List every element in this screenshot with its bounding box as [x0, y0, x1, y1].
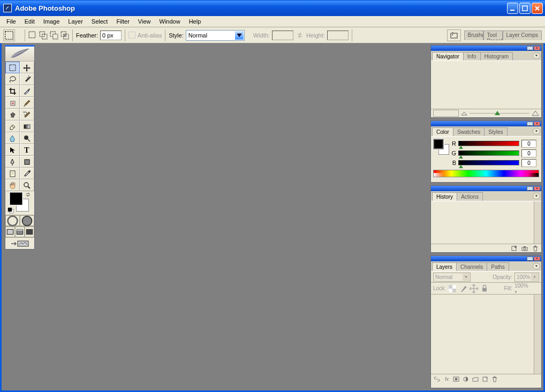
clone-stamp-tool[interactable]	[5, 109, 20, 120]
default-colors-icon[interactable]	[7, 207, 14, 214]
marquee-tool-preset[interactable]	[3, 29, 15, 41]
panel-fg-swatch[interactable]	[433, 139, 444, 149]
marquee-tool[interactable]	[5, 62, 20, 73]
tab-paths[interactable]: Paths	[487, 262, 509, 271]
zoom-slider[interactable]	[470, 113, 529, 116]
add-selection-icon[interactable]	[39, 31, 48, 40]
panel-menu-icon[interactable]	[533, 52, 540, 59]
tab-color[interactable]: Color	[432, 127, 453, 136]
r-value[interactable]: 0	[521, 140, 536, 148]
history-brush-tool[interactable]	[20, 109, 34, 120]
color-ramp[interactable]	[433, 170, 539, 177]
tab-styles[interactable]: Styles	[484, 127, 507, 136]
trash-icon[interactable]	[490, 375, 499, 383]
move-tool[interactable]	[20, 62, 34, 73]
adjustment-layer-icon[interactable]	[461, 375, 471, 383]
tab-channels[interactable]: Channels	[456, 262, 487, 271]
well-tab-tool-presets[interactable]: Tool Presets	[483, 31, 503, 40]
eraser-tool[interactable]	[5, 120, 20, 132]
tab-navigator[interactable]: Navigator	[432, 52, 464, 61]
feather-input[interactable]	[100, 31, 122, 40]
panel-close-icon[interactable]: ×	[534, 122, 540, 126]
menu-edit[interactable]: Edit	[20, 17, 39, 26]
blur-tool[interactable]	[5, 132, 20, 144]
zoom-in-icon[interactable]	[532, 110, 539, 117]
tab-histogram[interactable]: Histogram	[480, 52, 513, 61]
b-value[interactable]: 0	[521, 159, 536, 167]
shape-tool[interactable]	[20, 156, 34, 168]
r-slider[interactable]	[458, 141, 519, 146]
panel-titlebar[interactable]: _ ×	[431, 121, 541, 126]
menu-help[interactable]: Help	[185, 17, 206, 26]
panel-titlebar[interactable]: _ ×	[431, 46, 541, 51]
panel-titlebar[interactable]: _ ×	[431, 186, 541, 191]
link-icon[interactable]	[432, 375, 442, 383]
crop-tool[interactable]	[5, 85, 20, 97]
hand-tool[interactable]	[5, 179, 20, 191]
intersect-selection-icon[interactable]	[60, 31, 69, 40]
layer-style-icon[interactable]: fx	[442, 375, 451, 383]
jump-to-imageready[interactable]	[5, 237, 34, 249]
tab-info[interactable]: Info	[463, 52, 481, 61]
well-tab-layer-comps[interactable]: Layer Comps	[503, 31, 542, 40]
type-tool[interactable]: T	[20, 144, 34, 156]
panel-close-icon[interactable]: ×	[534, 186, 540, 191]
new-layer-icon[interactable]	[480, 375, 490, 383]
menu-layer[interactable]: Layer	[64, 17, 87, 26]
eyedropper-tool[interactable]	[20, 168, 34, 179]
gradient-tool[interactable]	[20, 120, 34, 132]
swap-colors-icon[interactable]	[26, 192, 31, 198]
magic-wand-tool[interactable]	[20, 73, 34, 85]
style-select[interactable]: Normal	[186, 30, 245, 41]
zoom-tool[interactable]	[20, 179, 34, 191]
menu-window[interactable]: Window	[155, 17, 185, 26]
zoom-out-icon[interactable]	[461, 110, 467, 117]
b-slider[interactable]	[458, 160, 519, 165]
standard-mode-button[interactable]	[5, 215, 20, 226]
new-group-icon[interactable]	[471, 375, 480, 383]
menu-file[interactable]: File	[2, 17, 20, 26]
pen-tool[interactable]	[5, 156, 20, 168]
lasso-tool[interactable]	[5, 73, 20, 85]
brush-tool[interactable]	[20, 97, 34, 109]
trash-icon[interactable]	[531, 245, 540, 252]
tab-history[interactable]: History	[432, 192, 457, 201]
panel-titlebar[interactable]: _ ×	[431, 256, 541, 261]
subtract-selection-icon[interactable]	[50, 31, 58, 40]
tab-layers[interactable]: Layers	[432, 262, 457, 271]
g-value[interactable]: 0	[521, 149, 536, 157]
panel-minimize-icon[interactable]: _	[527, 46, 533, 50]
panel-menu-icon[interactable]	[533, 128, 540, 134]
new-document-from-state-icon[interactable]	[509, 245, 519, 252]
menu-select[interactable]: Select	[87, 17, 112, 26]
screen-full-button[interactable]	[25, 227, 34, 237]
scrollbar[interactable]	[534, 295, 541, 374]
dodge-tool[interactable]	[20, 132, 34, 144]
panel-menu-icon[interactable]	[533, 263, 540, 269]
healing-brush-tool[interactable]	[5, 97, 20, 109]
panel-minimize-icon[interactable]: _	[527, 122, 533, 126]
tab-swatches[interactable]: Swatches	[453, 127, 485, 136]
zoom-field[interactable]	[433, 110, 459, 117]
g-slider[interactable]	[458, 150, 519, 156]
quickmask-mode-button[interactable]	[20, 215, 34, 226]
minimize-button[interactable]	[507, 3, 518, 14]
path-selection-tool[interactable]	[5, 144, 20, 156]
maximize-button[interactable]	[519, 3, 531, 14]
panel-minimize-icon[interactable]: _	[527, 186, 533, 191]
panel-close-icon[interactable]: ×	[534, 257, 540, 261]
notes-tool[interactable]	[5, 168, 20, 179]
well-tab-brushes[interactable]: Brushes	[464, 31, 483, 40]
panel-menu-icon[interactable]	[533, 193, 540, 199]
screen-standard-button[interactable]	[5, 227, 15, 237]
close-button[interactable]	[532, 3, 543, 14]
menu-filter[interactable]: Filter	[112, 17, 133, 26]
tab-actions[interactable]: Actions	[457, 192, 483, 201]
new-selection-icon[interactable]	[28, 31, 37, 40]
foreground-color-swatch[interactable]	[10, 192, 22, 205]
panel-minimize-icon[interactable]: _	[527, 257, 533, 261]
scrollbar[interactable]	[534, 201, 541, 244]
menu-image[interactable]: Image	[39, 17, 64, 26]
panel-close-icon[interactable]: ×	[534, 46, 540, 50]
new-snapshot-icon[interactable]	[520, 245, 529, 252]
